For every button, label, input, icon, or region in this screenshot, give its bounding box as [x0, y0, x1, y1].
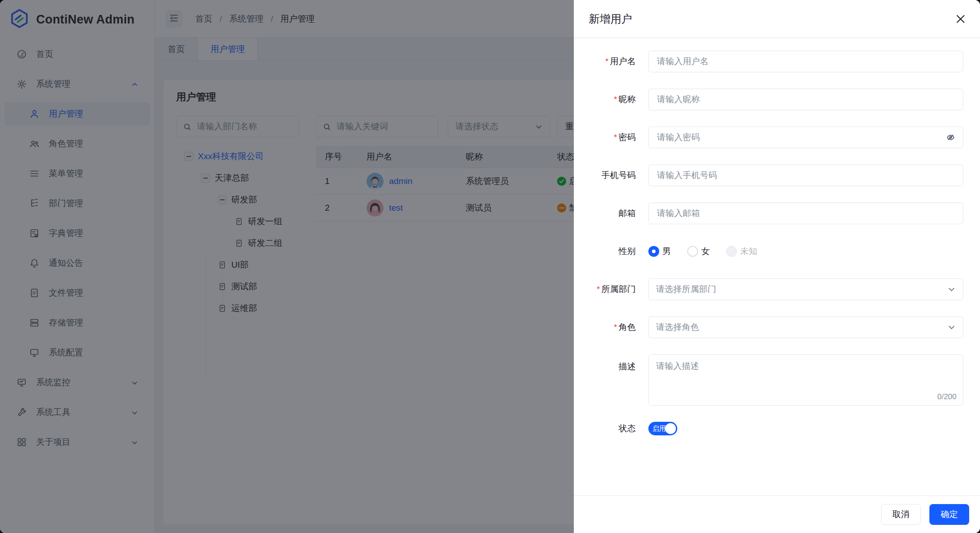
- field-label: 昵称: [619, 94, 636, 104]
- app-window: ContiNew Admin 首页 系统管理: [0, 0, 980, 533]
- description-textarea[interactable]: [649, 355, 963, 405]
- field-label: 角色: [619, 322, 636, 332]
- form-row-department: *所属部门 请选择所属部门: [574, 278, 963, 300]
- field-label: 邮箱: [619, 208, 636, 218]
- field-label: 所属部门: [601, 284, 636, 294]
- gender-option-unknown: 未知: [726, 245, 757, 257]
- status-switch[interactable]: 启用: [648, 422, 677, 435]
- nickname-input[interactable]: [656, 94, 956, 105]
- confirm-button[interactable]: 确定: [929, 504, 969, 525]
- drawer-body: *用户名 *昵称 *密码: [574, 38, 980, 495]
- close-icon: [955, 13, 966, 25]
- drawer-footer: 取消 确定: [574, 495, 980, 533]
- field-label: 性别: [619, 246, 636, 256]
- field-label: 描述: [619, 362, 636, 371]
- close-button[interactable]: [954, 12, 967, 26]
- chevron-down-icon: [947, 285, 956, 293]
- gender-radio-group: 男 女 未知: [648, 241, 963, 262]
- nickname-field[interactable]: [648, 89, 963, 110]
- form-row-status: 状态 启用: [574, 422, 963, 435]
- username-input[interactable]: [656, 56, 956, 67]
- department-select[interactable]: 请选择所属部门: [648, 278, 963, 300]
- description-field: 0/200: [648, 354, 963, 406]
- form-row-gender: 性别 男 女 未知: [574, 241, 963, 262]
- field-label: 手机号码: [601, 170, 636, 180]
- form-row-role: *角色 请选择角色: [574, 316, 963, 338]
- field-label: 用户名: [610, 57, 636, 66]
- cancel-button[interactable]: 取消: [881, 504, 921, 525]
- phone-field[interactable]: [648, 165, 963, 186]
- form-row-email: 邮箱: [574, 203, 963, 224]
- gender-option-male[interactable]: 男: [648, 245, 671, 257]
- email-input[interactable]: [656, 208, 956, 219]
- username-field[interactable]: [648, 51, 963, 72]
- form-row-nickname: *昵称: [574, 89, 963, 110]
- field-label: 状态: [619, 424, 636, 433]
- drawer-header: 新增用户: [574, 0, 980, 38]
- password-field[interactable]: [648, 127, 963, 148]
- switch-knob: [665, 423, 676, 434]
- form-row-description: 描述 0/200: [574, 354, 963, 406]
- drawer-title: 新增用户: [589, 12, 632, 26]
- phone-input[interactable]: [656, 170, 956, 181]
- chevron-down-icon: [947, 323, 956, 331]
- eye-off-icon[interactable]: [946, 132, 956, 142]
- form-row-phone: 手机号码: [574, 165, 963, 186]
- char-counter: 0/200: [937, 392, 957, 401]
- field-label: 密码: [619, 132, 636, 142]
- radio-disabled-icon: [726, 246, 737, 257]
- form-row-password: *密码: [574, 127, 963, 148]
- radio-unselected-icon: [687, 246, 698, 257]
- email-field[interactable]: [648, 203, 963, 224]
- role-select[interactable]: 请选择角色: [648, 316, 963, 338]
- password-input[interactable]: [656, 132, 941, 143]
- add-user-drawer: 新增用户 *用户名 *昵称: [574, 0, 980, 533]
- radio-selected-icon: [648, 246, 659, 257]
- form-row-username: *用户名: [574, 51, 963, 72]
- gender-option-female[interactable]: 女: [687, 245, 710, 257]
